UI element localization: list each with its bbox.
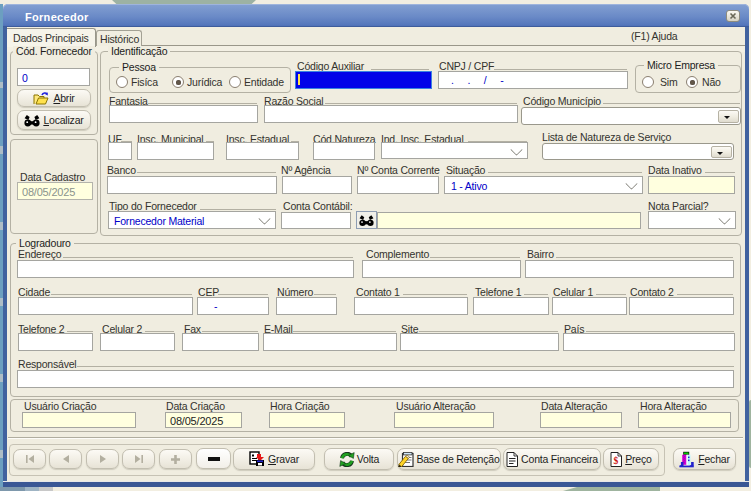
svg-text:$: $ [614,455,619,465]
